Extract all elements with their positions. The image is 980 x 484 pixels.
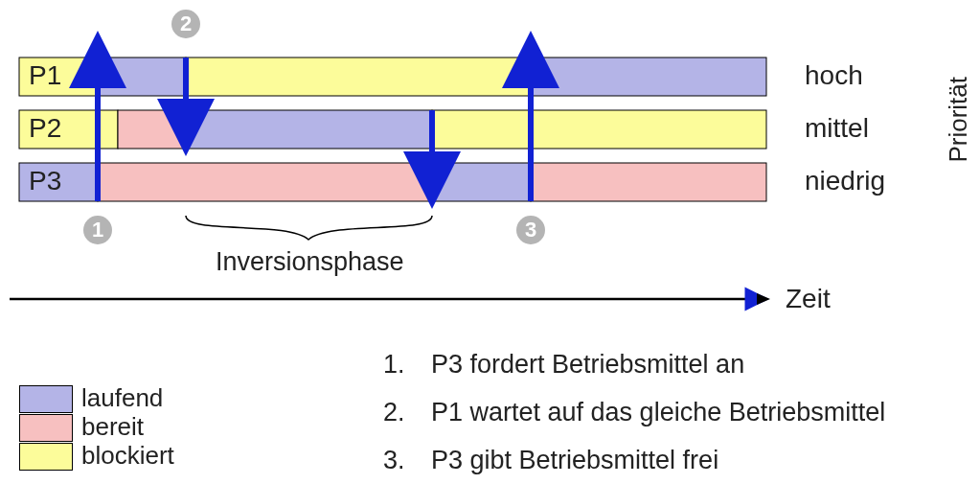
svg-rect-6 xyxy=(186,110,432,149)
svg-rect-5 xyxy=(118,110,186,149)
gantt-chart xyxy=(0,0,980,326)
y-axis-title: Priorität xyxy=(944,77,973,163)
svg-rect-10 xyxy=(432,163,531,201)
event-2-text: P1 wartet auf das gleiche Betriebsmittel xyxy=(431,398,885,427)
event-3-text: P3 gibt Betriebsmittel frei xyxy=(431,446,718,475)
time-axis-head xyxy=(757,293,770,305)
badge-3: 3 xyxy=(516,216,545,244)
svg-rect-9 xyxy=(98,163,432,201)
diagram-canvas: 2 1 3 P1 P2 P3 hoch mittel niedrig Prior… xyxy=(0,0,980,484)
priority-medium: mittel xyxy=(805,113,869,144)
svg-rect-2 xyxy=(186,58,531,96)
priority-high: hoch xyxy=(805,60,863,91)
legend-label-ready: bereit xyxy=(81,412,144,442)
legend-swatch-running xyxy=(19,385,73,413)
svg-rect-3 xyxy=(531,58,766,96)
legend-label-running: laufend xyxy=(81,383,163,413)
event-1-number: 1. xyxy=(383,350,405,380)
event-3-number: 3. xyxy=(383,446,405,475)
row-p1 xyxy=(19,58,766,96)
badge-2: 2 xyxy=(171,10,200,38)
legend-label-blocked: blockiert xyxy=(81,441,174,471)
event-1-text: P3 fordert Betriebsmittel an xyxy=(431,350,744,380)
x-axis-title: Zeit xyxy=(786,284,831,314)
svg-rect-1 xyxy=(98,58,186,96)
phase-label: Inversionsphase xyxy=(216,247,404,277)
legend-swatch-blocked xyxy=(19,443,73,471)
phase-brace xyxy=(186,216,432,240)
row-p2 xyxy=(19,110,766,149)
row-p3 xyxy=(19,163,766,201)
row-label-p3: P3 xyxy=(29,166,61,196)
event-2-number: 2. xyxy=(383,398,405,427)
row-label-p1: P1 xyxy=(29,60,61,91)
svg-rect-11 xyxy=(531,163,766,201)
legend-swatch-ready xyxy=(19,414,73,442)
priority-low: niedrig xyxy=(805,166,885,196)
svg-rect-7 xyxy=(432,110,766,149)
badge-1: 1 xyxy=(83,216,112,244)
row-label-p2: P2 xyxy=(29,113,61,144)
